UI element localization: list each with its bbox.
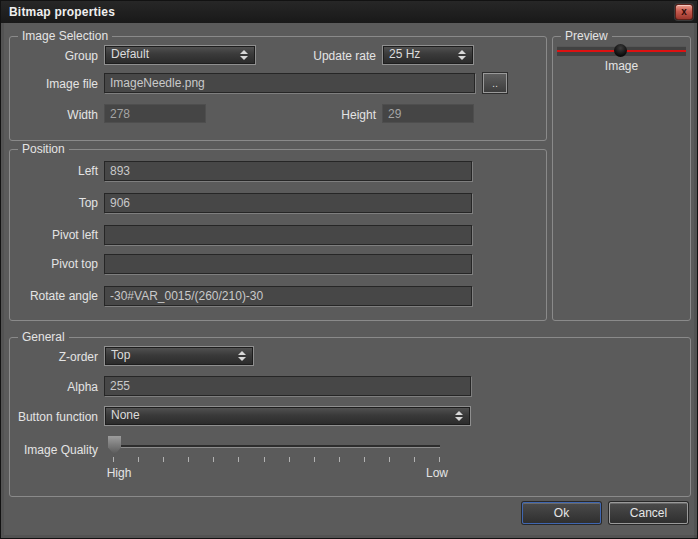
preview-image	[557, 46, 686, 56]
image-quality-slider-track[interactable]	[113, 445, 440, 447]
close-icon: x	[681, 7, 687, 17]
alpha-label: Alpha	[9, 380, 98, 394]
z-order-label: Z-order	[9, 350, 98, 364]
spinner-arrows-icon	[240, 50, 248, 60]
left-input[interactable]	[104, 161, 472, 181]
button-function-label: Button function	[9, 410, 98, 424]
button-function-select-value: None	[111, 407, 448, 424]
position-legend: Position	[18, 142, 69, 157]
group-label: Group	[9, 49, 98, 63]
preview-legend: Preview	[561, 29, 612, 44]
cancel-button[interactable]: Cancel	[609, 502, 688, 524]
pivot-top-input[interactable]	[104, 254, 472, 274]
z-order-select-value: Top	[111, 347, 231, 364]
pivot-top-label: Pivot top	[9, 257, 98, 271]
image-file-label: Image file	[9, 77, 98, 91]
spinner-arrows-icon	[458, 50, 466, 60]
update-rate-select-value: 25 Hz	[389, 46, 451, 63]
spinner-arrows-icon	[455, 411, 463, 421]
button-function-select[interactable]: None	[104, 406, 471, 426]
preview-caption: Image	[553, 59, 690, 73]
width-field	[104, 104, 206, 123]
height-field	[382, 104, 474, 123]
width-label: Width	[9, 108, 98, 122]
browse-button[interactable]: ..	[483, 73, 507, 93]
image-quality-label: Image Quality	[9, 443, 98, 457]
rotate-angle-input[interactable]	[104, 286, 472, 306]
preview-group: Preview Image	[552, 36, 691, 321]
height-label: Height	[277, 108, 376, 122]
dialog-title: Bitmap properties	[9, 5, 115, 19]
update-rate-select[interactable]: 25 Hz	[382, 45, 474, 65]
slider-tick-marks	[113, 457, 441, 462]
spinner-arrows-icon	[238, 351, 246, 361]
pivot-left-input[interactable]	[104, 225, 472, 245]
bitmap-properties-dialog: Bitmap properties x Image Selection Posi…	[0, 0, 698, 539]
slider-high-label: High	[99, 466, 139, 480]
top-label: Top	[9, 196, 98, 210]
top-input[interactable]	[104, 193, 472, 213]
dialog-body: Image Selection Position Preview Image G…	[1, 23, 697, 538]
needle-knob-graphic	[614, 44, 627, 57]
z-order-select[interactable]: Top	[104, 346, 254, 366]
ok-button[interactable]: Ok	[522, 502, 601, 524]
group-select-value: Default	[111, 46, 233, 63]
group-select[interactable]: Default	[104, 45, 256, 65]
image-file-input[interactable]	[104, 73, 475, 93]
update-rate-label: Update rate	[277, 49, 376, 63]
title-bar: Bitmap properties	[1, 1, 697, 23]
close-button[interactable]: x	[675, 4, 693, 20]
general-legend: General	[18, 330, 69, 345]
image-selection-legend: Image Selection	[18, 29, 112, 44]
rotate-angle-label: Rotate angle	[9, 289, 98, 303]
left-label: Left	[9, 164, 98, 178]
alpha-input[interactable]	[104, 376, 471, 396]
slider-low-label: Low	[417, 466, 457, 480]
pivot-left-label: Pivot left	[9, 228, 98, 242]
